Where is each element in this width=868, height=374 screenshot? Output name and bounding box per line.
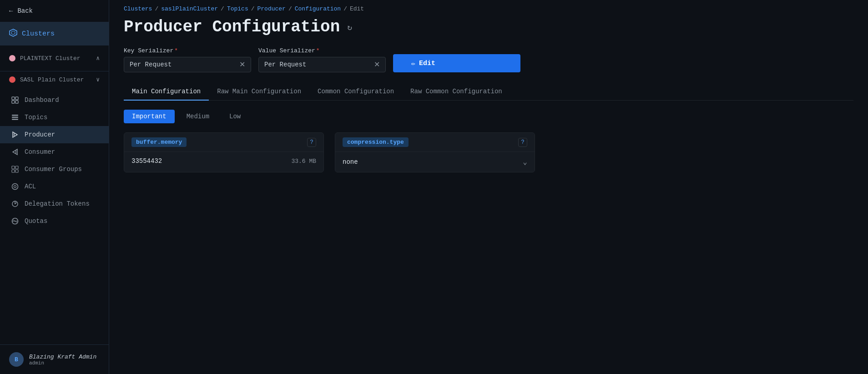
svg-point-17 (12, 184, 18, 190)
compression-type-select[interactable]: none ⌄ (343, 157, 527, 167)
svg-rect-5 (15, 101, 18, 103)
chevron-down-icon: ∨ (96, 76, 100, 83)
config-card-header-compression-type: compression.type ? (335, 133, 535, 152)
footer-user-name: Blazing Kraft Admin (29, 354, 96, 360)
svg-point-22 (15, 203, 15, 204)
svg-marker-0 (10, 29, 17, 36)
buffer-memory-value: 33554432 (131, 157, 162, 165)
svg-rect-16 (15, 170, 18, 172)
breadcrumb-sep-1: / (155, 5, 158, 12)
nav-item-dashboard[interactable]: Dashboard (0, 91, 109, 109)
breadcrumb-sep-5: / (343, 5, 347, 12)
main-content: Clusters / saslPlainCluster / Topics / P… (109, 0, 868, 374)
svg-rect-15 (12, 170, 15, 172)
tab-raw-common-config[interactable]: Raw Common Configuration (402, 83, 510, 101)
nav-label-delegation-tokens: Delegation Tokens (25, 200, 90, 207)
importance-tabs: Important Medium Low (124, 110, 853, 123)
svg-rect-13 (12, 166, 15, 169)
delegation-tokens-icon (11, 200, 19, 208)
breadcrumb-producer[interactable]: Producer (257, 5, 286, 12)
compression-type-value: none (343, 158, 358, 166)
svg-rect-4 (12, 101, 15, 103)
svg-marker-11 (13, 149, 17, 155)
svg-rect-8 (12, 119, 18, 120)
config-card-body-compression-type[interactable]: none ⌄ (335, 152, 535, 172)
compression-type-tag: compression.type (343, 137, 409, 147)
clusters-label: Clusters (22, 30, 55, 38)
breadcrumb-configuration[interactable]: Configuration (295, 5, 341, 12)
avatar: B (9, 352, 24, 367)
tab-main-config[interactable]: Main Configuration (124, 83, 209, 101)
back-label: Back (17, 7, 33, 15)
nav-item-consumer-groups[interactable]: Consumer Groups (0, 161, 109, 178)
value-serializer-value: Per Request (264, 61, 370, 68)
edit-button[interactable]: ✏ Edit (393, 54, 520, 72)
nav-label-consumer: Consumer (25, 148, 55, 156)
config-grid: buffer.memory ? 33554432 33.6 MB compres… (124, 132, 853, 172)
imp-tab-medium[interactable]: Medium (178, 110, 217, 123)
plaintext-cluster-name: PLAINTEXT Cluster (20, 55, 91, 62)
tab-raw-main-config[interactable]: Raw Main Configuration (209, 83, 309, 101)
breadcrumb-clusters[interactable]: Clusters (124, 5, 152, 12)
quotas-icon (11, 217, 19, 225)
nav-label-quotas: Quotas (25, 217, 47, 225)
nav-label-dashboard: Dashboard (25, 96, 59, 104)
form-row: Key Serializer* Per Request ✕ Value Seri… (124, 47, 853, 72)
consumer-groups-icon (11, 165, 19, 173)
nav-label-acl: ACL (25, 183, 36, 190)
compression-type-help-icon[interactable]: ? (518, 138, 527, 147)
nav-item-acl[interactable]: ACL (0, 178, 109, 195)
dashboard-icon (11, 96, 19, 104)
config-card-body-buffer-memory: 33554432 33.6 MB (124, 152, 323, 170)
topics-icon (11, 113, 19, 121)
svg-marker-9 (13, 132, 17, 137)
breadcrumb-edit: Edit (350, 5, 364, 12)
tabs-row: Main Configuration Raw Main Configuratio… (124, 83, 853, 101)
key-serializer-clear[interactable]: ✕ (239, 61, 245, 68)
key-serializer-input[interactable]: Per Request ✕ (124, 57, 251, 72)
config-card-header-buffer-memory: buffer.memory ? (124, 133, 323, 152)
page-title: Producer Configuration (124, 18, 340, 36)
breadcrumb-topics[interactable]: Topics (227, 5, 248, 12)
sidebar: ← Back Clusters PLAINTEXT Cluster ∧ SASL… (0, 0, 109, 374)
tab-common-config[interactable]: Common Configuration (309, 83, 402, 101)
value-serializer-input[interactable]: Per Request ✕ (258, 57, 386, 72)
nav-item-topics[interactable]: Topics (0, 109, 109, 126)
nav-item-producer[interactable]: Producer (0, 126, 109, 143)
back-button[interactable]: ← Back (0, 0, 109, 22)
consumer-icon (11, 148, 19, 156)
compression-type-chevron: ⌄ (523, 157, 527, 167)
nav-item-delegation-tokens[interactable]: Delegation Tokens (0, 195, 109, 212)
breadcrumb-sasl[interactable]: saslPlainCluster (161, 5, 218, 12)
footer-user-info: Blazing Kraft Admin admin (29, 354, 96, 366)
producer-icon (11, 131, 19, 139)
value-serializer-clear[interactable]: ✕ (374, 61, 380, 68)
svg-marker-1 (11, 31, 15, 35)
imp-tab-important[interactable]: Important (124, 110, 175, 123)
breadcrumb-sep-3: / (251, 5, 255, 12)
breadcrumb: Clusters / saslPlainCluster / Topics / P… (124, 0, 853, 18)
nav-label-topics: Topics (25, 114, 47, 121)
key-serializer-group: Key Serializer* Per Request ✕ (124, 47, 251, 72)
svg-rect-2 (12, 97, 15, 100)
svg-rect-3 (15, 97, 18, 100)
nav-item-consumer[interactable]: Consumer (0, 143, 109, 161)
edit-button-label: Edit (419, 60, 435, 67)
edit-pencil-icon: ✏ (411, 59, 415, 68)
imp-tab-low[interactable]: Low (221, 110, 249, 123)
nav-label-producer: Producer (25, 131, 55, 138)
buffer-memory-tag: buffer.memory (131, 137, 187, 147)
clusters-button[interactable]: Clusters (0, 22, 109, 45)
buffer-memory-help-icon[interactable]: ? (307, 138, 316, 147)
plaintext-cluster-dot (9, 55, 15, 61)
chevron-up-icon: ∧ (96, 55, 100, 62)
nav-item-quotas[interactable]: Quotas (0, 212, 109, 230)
sasl-cluster-header[interactable]: SASL Plain Cluster ∨ (0, 71, 109, 88)
key-serializer-label: Key Serializer* (124, 47, 251, 54)
refresh-icon[interactable]: ↻ (347, 22, 352, 32)
svg-rect-14 (15, 166, 18, 169)
svg-point-18 (14, 186, 16, 188)
buffer-memory-size: 33.6 MB (291, 158, 316, 165)
sidebar-footer: B Blazing Kraft Admin admin (0, 344, 109, 374)
plaintext-cluster-header[interactable]: PLAINTEXT Cluster ∧ (9, 51, 100, 66)
